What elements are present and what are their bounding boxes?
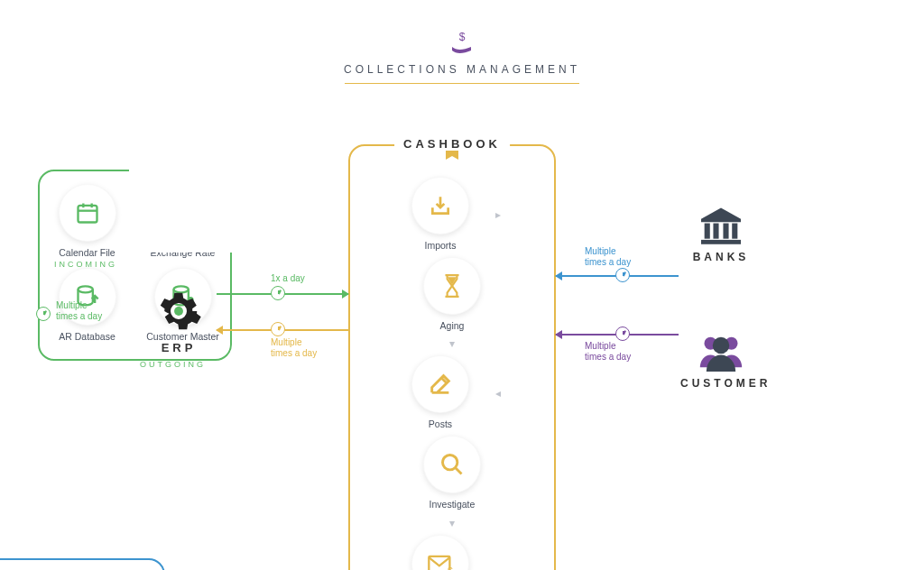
header: $ COLLECTIONS MANAGEMENT bbox=[0, 0, 924, 84]
clock-icon bbox=[271, 286, 285, 300]
bookmark-icon bbox=[446, 151, 458, 160]
svg-point-15 bbox=[443, 455, 457, 470]
svg-rect-1 bbox=[78, 206, 97, 223]
svg-point-7 bbox=[78, 286, 92, 292]
svg-rect-30 bbox=[701, 240, 741, 244]
freq-label: Multiple times a day bbox=[585, 246, 639, 268]
banks-hub: BANKS bbox=[680, 206, 762, 263]
chevron-right-icon: ▸ bbox=[495, 208, 501, 221]
edit-icon bbox=[411, 355, 469, 413]
svg-line-16 bbox=[456, 468, 462, 474]
hourglass-icon bbox=[423, 257, 481, 315]
exchange-rate-icon: $€ bbox=[154, 184, 212, 242]
erp-label: ERP bbox=[152, 341, 206, 354]
chevron-down-icon: ▾ bbox=[359, 337, 545, 350]
node-aging: Aging bbox=[415, 257, 489, 332]
freq-label: Multiple times a day bbox=[56, 300, 110, 322]
freq-label: 1x a day bbox=[271, 273, 305, 284]
panel-banks: MT940 CAMT053 BAI Bank Statements Lockbo… bbox=[0, 558, 165, 571]
svg-rect-17 bbox=[429, 556, 449, 570]
badge-incoming: INCOMING bbox=[54, 260, 117, 269]
node-exchange-rate: $€ Exchange Rate bbox=[146, 184, 220, 259]
magnify-icon bbox=[423, 436, 481, 493]
svg-rect-26 bbox=[705, 224, 710, 239]
page-title: COLLECTIONS MANAGEMENT bbox=[0, 63, 924, 84]
node-imports: Imports bbox=[403, 177, 477, 252]
node-correspondence: $ Correspondence bbox=[403, 535, 477, 571]
customer-label: CUSTOMER bbox=[680, 377, 762, 390]
svg-rect-28 bbox=[723, 224, 728, 239]
people-icon bbox=[680, 332, 762, 372]
calendar-icon bbox=[59, 184, 116, 242]
node-calendar-file: Calendar File bbox=[51, 184, 125, 259]
banks-label: BANKS bbox=[680, 251, 762, 263]
freq-label: Multiple times a day bbox=[585, 341, 639, 363]
mail-dollar-icon: $ bbox=[411, 535, 469, 571]
svg-point-10 bbox=[174, 307, 183, 316]
chevron-down-icon: ▾ bbox=[359, 517, 545, 529]
chevron-right-icon: ▸ bbox=[495, 565, 501, 570]
clock-icon bbox=[615, 268, 630, 282]
cashbook-title: CASHBOOK bbox=[394, 137, 510, 151]
node-investigate: Investigate bbox=[415, 436, 489, 510]
panel-cashbook: CASHBOOK Imports ▸ Aging ▾ Posts ◂ bbox=[348, 144, 556, 570]
svg-text:$: $ bbox=[459, 32, 466, 43]
svg-point-33 bbox=[713, 337, 730, 354]
erp-hub: ERP bbox=[152, 287, 206, 354]
node-posts: Posts bbox=[403, 355, 477, 430]
svg-rect-29 bbox=[732, 224, 737, 239]
svg-rect-27 bbox=[713, 224, 718, 239]
customer-hub: CUSTOMER bbox=[680, 332, 762, 390]
collections-icon: $ bbox=[449, 32, 475, 54]
bank-icon bbox=[680, 206, 762, 245]
clock-icon bbox=[36, 307, 51, 321]
svg-text:€: € bbox=[184, 211, 191, 225]
badge-outgoing: OUTGOING bbox=[140, 360, 206, 369]
chevron-left-icon: ◂ bbox=[495, 387, 501, 400]
clock-icon bbox=[271, 322, 285, 336]
svg-text:$: $ bbox=[448, 565, 453, 570]
svg-text:$: $ bbox=[176, 200, 183, 214]
clock-icon bbox=[615, 326, 630, 341]
import-icon bbox=[411, 177, 469, 234]
freq-label: Multiple times a day bbox=[271, 337, 325, 359]
gear-icon bbox=[152, 287, 206, 336]
